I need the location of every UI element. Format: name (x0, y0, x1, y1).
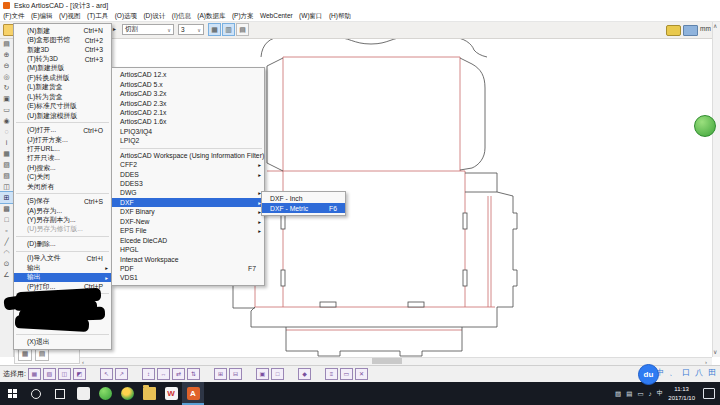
scrollbar-thumb[interactable] (372, 358, 402, 364)
export-format-item[interactable]: HPGL (112, 245, 264, 254)
select-group-icon[interactable]: ◫ (58, 368, 71, 380)
grid-plus-icon[interactable]: ⊞ (214, 368, 227, 380)
menubar-item[interactable]: (V)视图 (56, 11, 84, 21)
move-h-icon[interactable]: ↔ (157, 368, 170, 380)
layers-toggle-button[interactable]: ▥ (222, 23, 235, 36)
task-view-button[interactable] (48, 389, 72, 399)
arc-tool-icon[interactable]: ◠ (0, 247, 13, 258)
start-button[interactable] (0, 382, 24, 405)
curve-tool-icon[interactable]: ◉ (0, 115, 13, 126)
export-format-item[interactable]: DXF Binary (112, 207, 264, 216)
file-menu-item[interactable]: (N)新建 Ctrl+N (14, 26, 111, 35)
zoom-in-icon[interactable]: ⊕ (0, 49, 13, 60)
export-format-item[interactable]: CFF2 (112, 160, 264, 169)
taskbar-app-notes[interactable] (72, 382, 94, 405)
menubar-item[interactable]: (W)窗口 (296, 11, 326, 21)
taskbar-app-browser[interactable] (116, 382, 138, 405)
file-menu-item[interactable]: (I)导入文件 Ctrl+I (14, 254, 111, 263)
rotate-view-icon[interactable]: ↻ (0, 82, 13, 93)
taskbar-app-artioscad[interactable]: A (182, 382, 204, 405)
sheet-icon[interactable]: ▤ (0, 38, 13, 49)
license-key-icon[interactable] (666, 25, 681, 36)
export-format-item[interactable]: ArtiosCAD 1.6x (112, 117, 264, 126)
export-format-item[interactable]: VDS1 (112, 273, 264, 282)
tray-ime-icon[interactable]: 中 (657, 389, 664, 398)
outline-icon[interactable]: □ (271, 368, 284, 380)
pointer-icon[interactable]: ↖ (100, 368, 113, 380)
menubar-item[interactable]: WebCenter (257, 11, 296, 21)
list-icon[interactable]: ≡ (325, 368, 338, 380)
export-format-item[interactable]: ArtiosCAD Workspace (Using Information F… (112, 151, 264, 160)
export-format-item[interactable]: ArtiosCAD 2.1x (112, 108, 264, 117)
line-tool-icon[interactable]: ╱ (0, 236, 13, 247)
paste-icon[interactable]: ▫ (0, 225, 13, 236)
pointer-plus-icon[interactable]: ↗ (115, 368, 128, 380)
file-menu-item[interactable]: (Y)另存副本为... (14, 215, 111, 224)
diamond-icon[interactable]: ◆ (298, 368, 311, 380)
file-menu-item[interactable]: (M)新建拼版 (14, 64, 111, 73)
ime-board-icon[interactable]: 田 (708, 367, 716, 378)
export-format-item[interactable]: DDES (112, 169, 264, 178)
file-menu-item[interactable]: 打开只读... (14, 154, 111, 163)
tray-display-icon[interactable]: ▭ (637, 390, 643, 398)
file-menu-item[interactable]: (J)打开方案... (14, 135, 111, 144)
export-format-item[interactable]: ArtiosCAD 5.x (112, 79, 264, 88)
swap-icon[interactable]: ⇄ (172, 368, 185, 380)
file-menu-item[interactable]: (U)新建滚模拼版 (14, 111, 111, 120)
menubar-item[interactable]: (I)信息 (169, 11, 195, 21)
scroll-down-arrow[interactable]: ∨ (713, 348, 717, 356)
export-format-item[interactable]: ArtiosCAD 12.x (112, 70, 264, 79)
select-icon[interactable]: ▭ (0, 104, 13, 115)
ime-fullhalf-icon[interactable]: 口 (682, 367, 690, 378)
menubar-item[interactable]: (F)文件 (0, 11, 28, 21)
export-item-dxf[interactable]: DXF (112, 198, 264, 207)
file-menu-item[interactable]: (D)删除... (14, 239, 111, 248)
zoom-out-icon[interactable]: ⊖ (0, 60, 13, 71)
file-menu-item[interactable]: (B)盒形图书馆 Ctrl+2 (14, 35, 111, 44)
menubar-item[interactable]: (T)工具 (84, 11, 112, 21)
select-inside-icon[interactable]: ▦ (28, 368, 41, 380)
export-format-item[interactable]: Interact Workspace (112, 254, 264, 263)
action-center-icon[interactable] (703, 388, 715, 399)
search-button[interactable] (24, 389, 48, 399)
file-menu-item[interactable]: (C)关闭 (14, 173, 111, 182)
scroll-up-arrow[interactable]: ∧ (713, 22, 717, 30)
bar-icon[interactable]: ▭ (340, 368, 353, 380)
angle-tool-icon[interactable]: ∠ (0, 269, 13, 280)
taskbar-clock[interactable]: 11:13 2017/1/10 (668, 385, 695, 403)
menubar-item[interactable]: (A)数据库 (194, 11, 229, 21)
file-menu-item[interactable]: 输出 (14, 263, 111, 272)
export-format-item[interactable]: DXF-New (112, 217, 264, 226)
file-menu-item[interactable]: 关闭所有 (14, 182, 111, 191)
file-menu-item[interactable]: (X)退出 (14, 337, 111, 346)
menubar-item[interactable]: (O)选项 (111, 11, 140, 21)
workspace-folder-icon[interactable] (683, 25, 698, 36)
vertical-scrollbar[interactable] (712, 21, 720, 357)
file-menu-item[interactable]: (T)转为3D Ctrl+3 (14, 54, 111, 63)
export-format-item[interactable]: PDF F7 (112, 264, 264, 273)
file-menu-item[interactable]: (E)标准尺寸拼版 (14, 102, 111, 111)
select-layer-icon[interactable]: ◩ (73, 368, 86, 380)
dxf-inch-item[interactable]: DXF - Inch (262, 194, 345, 203)
move-v-icon[interactable]: ↕ (142, 368, 155, 380)
ime-punct-icon[interactable]: 、 (669, 367, 677, 378)
grid-toggle-button[interactable]: ▤ (236, 23, 249, 36)
dxf-metric-item[interactable]: DXF - Metric F6 (262, 203, 345, 212)
taskbar-app-wps[interactable]: W (160, 382, 182, 405)
tray-folder-icon[interactable]: ▤ (626, 390, 632, 398)
copy-icon[interactable]: □ (0, 214, 13, 225)
file-menu-item[interactable]: (L)新建货盒 (14, 83, 111, 92)
file-menu-item[interactable]: (U)另存为修订版... (14, 225, 111, 234)
file-menu-item[interactable]: (A)另存为... (14, 206, 111, 215)
export-format-item[interactable]: LPIQ2 (112, 136, 264, 145)
export-format-item[interactable]: EPS File (112, 226, 264, 235)
snap-toggle-button[interactable]: ▦ (208, 23, 221, 36)
tray-green-icon[interactable]: ▨ (615, 390, 621, 398)
tray-volume-icon[interactable]: ♪ (649, 390, 652, 397)
menubar-item[interactable]: (H)帮助 (326, 11, 354, 21)
file-menu-item[interactable]: 打开URL... (14, 144, 111, 153)
grid-minus-icon[interactable]: ⊟ (229, 368, 242, 380)
curve-tool2-icon[interactable]: ◌ (0, 126, 13, 137)
export-format-item[interactable]: Elcede DieCAD (112, 235, 264, 244)
file-menu-item-export[interactable]: 输出 (14, 273, 111, 282)
